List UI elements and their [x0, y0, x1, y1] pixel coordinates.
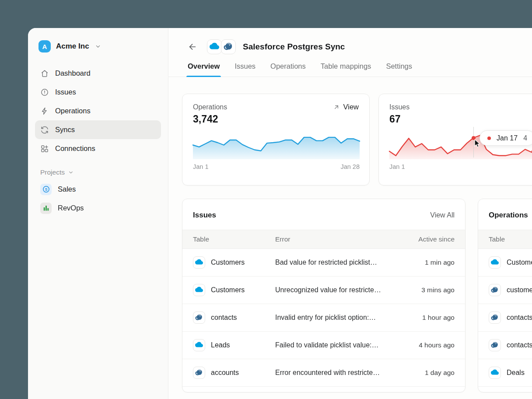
content: Operations View 3,742 Jan 1	[168, 77, 532, 399]
error-cell: Error encountered with restricte…	[275, 369, 392, 377]
error-cell: Invalid entry for picklist option:…	[275, 314, 392, 322]
issues-table-header: Table Error Active since	[182, 230, 465, 249]
postgres-logo-icon	[489, 312, 501, 324]
salesforce-logo-icon	[193, 339, 205, 351]
svg-text:S: S	[45, 187, 47, 192]
issues-table-card: Issues View All Table Error Active since…	[182, 199, 466, 392]
tab-bar: OverviewIssuesOperationsTable mappingsSe…	[168, 55, 532, 77]
x-label-start: Jan 1	[389, 163, 405, 170]
table-row[interactable]: contacts	[478, 332, 532, 359]
tables-row: Issues View All Table Error Active since…	[182, 199, 532, 392]
active-since-cell: 3 mins ago	[397, 286, 455, 294]
table-row[interactable]: contacts Invalid entry for picklist opti…	[182, 304, 465, 332]
salesforce-logo-icon	[489, 256, 501, 269]
stat-cards-row: Operations View 3,742 Jan 1	[182, 94, 532, 186]
tab-table-mappings[interactable]: Table mappings	[321, 62, 371, 77]
s-circle-icon: S	[40, 184, 52, 195]
project-item-sales[interactable]: S Sales	[35, 180, 161, 199]
error-cell: Unrecognized value for restricte…	[275, 286, 392, 294]
workspace-switcher[interactable]: A Acme Inc	[38, 40, 161, 52]
table-name: Customers	[211, 259, 245, 266]
tab-operations[interactable]: Operations	[270, 62, 306, 77]
sidebar-item-syncs[interactable]: Syncs	[35, 120, 161, 139]
app-window: A Acme Inc Dashboard Issues Operations S…	[28, 28, 532, 399]
view-operations-link[interactable]: View	[333, 103, 359, 111]
active-since-cell: 1 min ago	[397, 259, 455, 266]
postgres-logo-icon	[193, 367, 205, 379]
project-item-revops[interactable]: RevOps	[35, 199, 161, 217]
postgres-logo-icon	[489, 284, 501, 296]
x-label-start: Jan 1	[193, 163, 208, 170]
postgres-logo-icon	[489, 339, 501, 351]
tab-settings[interactable]: Settings	[386, 62, 412, 77]
operations-chart	[193, 130, 360, 159]
active-since-cell: 1 hour ago	[397, 314, 455, 322]
table-name: accounts	[211, 369, 239, 377]
table-row[interactable]: Leads Failed to validate picklist value:…	[182, 332, 465, 359]
table-cell: accounts	[193, 367, 270, 379]
table-cell: customers	[489, 284, 532, 296]
postgres-logo-icon	[221, 39, 236, 54]
table-cell: Customers	[489, 256, 532, 269]
postgres-logo-icon	[193, 312, 205, 324]
tab-overview[interactable]: Overview	[188, 62, 220, 77]
arrow-left-icon	[188, 42, 197, 52]
active-since-cell: 4 hours ago	[397, 341, 455, 349]
stat-title-issues: Issues	[389, 103, 410, 111]
sidebar-item-dashboard[interactable]: Dashboard	[35, 64, 161, 83]
workspace-name: Acme Inc	[56, 42, 89, 51]
table-name: contacts	[507, 341, 532, 349]
projects-label: Projects	[40, 168, 65, 176]
mouse-cursor-icon	[474, 139, 481, 148]
sidebar-item-label: Syncs	[55, 126, 75, 134]
column-error: Error	[275, 235, 392, 243]
table-name: Customers	[211, 286, 245, 294]
table-cell: Customers	[193, 256, 270, 269]
table-row[interactable]: Customers	[478, 249, 532, 276]
table-row[interactable]: Deals	[478, 359, 532, 387]
tooltip-date: Jan 17	[497, 134, 518, 142]
chevron-down-icon	[68, 169, 74, 175]
salesforce-logo-icon	[193, 256, 205, 269]
sidebar-item-label: Operations	[55, 107, 91, 115]
salesforce-logo-icon	[193, 284, 205, 296]
operations-table-card: Operations Table Customerscustomersconta…	[478, 199, 532, 392]
table-name: Customers	[507, 259, 532, 266]
column-table: Table	[489, 235, 532, 243]
table-row[interactable]: Customers Bad value for restricted pickl…	[182, 249, 465, 276]
operations-stat-card: Operations View 3,742 Jan 1	[182, 94, 370, 186]
chart-tooltip: Jan 17 4	[480, 130, 532, 146]
tooltip-series-dot	[487, 136, 491, 140]
table-row[interactable]: customers	[478, 276, 532, 304]
table-cell: Leads	[193, 339, 270, 351]
view-all-issues-link[interactable]: View All	[430, 211, 455, 219]
home-icon	[40, 69, 49, 78]
salesforce-logo-icon	[489, 367, 501, 379]
table-cell: contacts	[489, 312, 532, 324]
sidebar-item-connections[interactable]: Connections	[35, 139, 161, 158]
page-title: Salesforce Postgres Sync	[243, 42, 345, 52]
operations-count: 3,742	[193, 113, 359, 125]
column-active-since: Active since	[397, 235, 455, 243]
tab-issues[interactable]: Issues	[234, 62, 256, 77]
sidebar-item-operations[interactable]: Operations	[35, 102, 161, 120]
main-area: Salesforce Postgres Sync OverviewIssuesO…	[168, 28, 532, 399]
projects-section-toggle[interactable]: Projects	[40, 168, 168, 176]
issues-chart-area: Jan 17 4	[389, 130, 532, 159]
table-row[interactable]: Customers Unrecognized value for restric…	[182, 276, 465, 304]
table-row[interactable]: accounts Error encountered with restrict…	[182, 359, 465, 387]
operations-chart-area	[193, 130, 359, 159]
operations-table-title: Operations	[489, 211, 528, 220]
sync-logos	[207, 39, 236, 54]
table-name: Deals	[507, 369, 525, 377]
alert-circle-icon	[40, 88, 49, 97]
sidebar-item-label: Connections	[55, 144, 95, 153]
table-name: contacts	[211, 314, 237, 322]
back-button[interactable]	[188, 42, 198, 52]
salesforce-logo-icon	[207, 39, 222, 54]
sidebar-item-issues[interactable]: Issues	[35, 83, 161, 102]
table-row[interactable]: contacts	[478, 304, 532, 332]
table-cell: Customers	[193, 284, 270, 296]
table-cell: Deals	[489, 367, 532, 379]
table-cell: contacts	[489, 339, 532, 351]
